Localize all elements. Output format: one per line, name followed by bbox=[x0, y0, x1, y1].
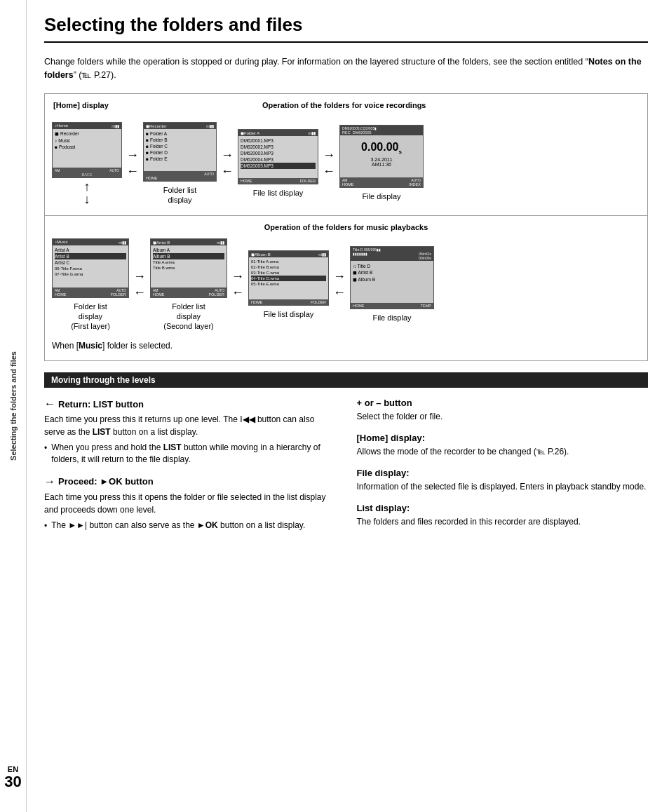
page-title: Selecting the folders and files bbox=[44, 14, 648, 43]
voice-file-display-screen: DM620005.CQS/035▮ REC DM620005 0.00.00s … bbox=[339, 125, 424, 188]
voice-file-display-wrapper: DM620005.CQS/035▮ REC DM620005 0.00.00s … bbox=[339, 125, 424, 201]
file-display-block: File display: Information of the selecte… bbox=[357, 468, 649, 493]
plus-minus-body: Select the folder or file. bbox=[357, 410, 649, 423]
music-folder-list2-caption: Folder listdisplay(Second layer) bbox=[163, 302, 214, 332]
when-music-text: When [Music] folder is selected. bbox=[52, 341, 640, 351]
home-display-title: [Home] display: bbox=[357, 433, 649, 443]
proceed-block: → Proceed: ►OK button Each time you pres… bbox=[44, 475, 336, 532]
proceed-body: Each time you press this it opens the fo… bbox=[44, 491, 336, 516]
music-folder-list1-screen: ♪Musicni▮▮ Artist A Artist B Artist C 06… bbox=[52, 238, 129, 298]
music-file-list-caption: File list display bbox=[264, 309, 314, 319]
page-number: 30 bbox=[4, 773, 21, 791]
music-file-display-wrapper: Title-D 095/095▮▮ ▮▮▮▮▮▮▮06m42s 00m00s ♫… bbox=[350, 246, 434, 323]
music-file-display-caption: File display bbox=[372, 313, 411, 323]
instructions-right: + or – button Select the folder or file.… bbox=[357, 398, 649, 541]
music-folder-list1-caption: Folder listdisplay(First layer) bbox=[71, 302, 110, 332]
sidebar-rotated-text: Selecting the folders and files bbox=[9, 336, 18, 476]
instructions-row: ← Return: LIST button Each time you pres… bbox=[44, 398, 648, 541]
music-file-list-wrapper: ◼Album Bni▮▮ 01-Title A.wma 02-Title B.w… bbox=[248, 250, 329, 319]
file-display-title: File display: bbox=[357, 468, 649, 478]
diagram-area: [Home] display Operation of the folders … bbox=[44, 93, 648, 362]
music-folder-list2-screen: ◼Artist Bni▮▮ Album A Album B Title A.wm… bbox=[150, 238, 227, 298]
home-display-body: Allows the mode of the recorder to be ch… bbox=[357, 445, 649, 458]
home-display-block: [Home] display: Allows the mode of the r… bbox=[357, 433, 649, 458]
return-title: ← Return: LIST button bbox=[44, 398, 336, 410]
file-display-body: Information of the selected file is disp… bbox=[357, 480, 649, 493]
music-folder-list2-wrapper: ◼Artist Bni▮▮ Album A Album B Title A.wm… bbox=[150, 238, 227, 332]
sidebar: Selecting the folders and files EN 30 bbox=[0, 0, 27, 812]
voice-file-list-wrapper: ◼Folder Ani▮▮ DM620001.MP3 DM620002.MP3 … bbox=[238, 129, 318, 198]
intro-text: Change folders while the operation is st… bbox=[44, 55, 648, 82]
home-display-label: [Home] display bbox=[53, 101, 109, 109]
proceed-title: → Proceed: ►OK button bbox=[44, 475, 336, 488]
voice-folder-list-screen: ◼Recorderni▮▮ ■Folder A ■Folder B ■Folde… bbox=[143, 122, 217, 182]
moving-header: Moving through the levels bbox=[44, 372, 648, 388]
return-arrow-icon: ← bbox=[44, 398, 55, 410]
voice-file-list-caption: File list display bbox=[253, 188, 304, 198]
return-block: ← Return: LIST button Each time you pres… bbox=[44, 398, 336, 466]
list-display-title: List display: bbox=[357, 503, 649, 513]
main-content: Selecting the folders and files Change f… bbox=[27, 0, 669, 556]
music-folder-list1-wrapper: ♪Musicni▮▮ Artist A Artist B Artist C 06… bbox=[52, 238, 129, 332]
proceed-bullet: • The ►►| button can also serve as the ►… bbox=[44, 520, 336, 532]
list-display-body: The folders and files recorded in this r… bbox=[357, 515, 649, 528]
diagram-bottom: Operation of the folders for music playb… bbox=[45, 216, 647, 361]
music-file-display-screen: Title-D 095/095▮▮ ▮▮▮▮▮▮▮06m42s 00m00s ♫… bbox=[350, 246, 434, 309]
music-file-list-screen: ◼Album Bni▮▮ 01-Title A.wma 02-Title B.w… bbox=[248, 250, 329, 306]
voice-folder-list-caption: Folder listdisplay bbox=[163, 185, 197, 205]
return-body: Each time you press this it returns up o… bbox=[44, 413, 336, 438]
instructions-left: ← Return: LIST button Each time you pres… bbox=[44, 398, 336, 541]
voice-folder-list-wrapper: ◼Recorderni▮▮ ■Folder A ■Folder B ■Folde… bbox=[143, 122, 217, 205]
plus-minus-title: + or – button bbox=[357, 398, 649, 408]
list-display-block: List display: The folders and files reco… bbox=[357, 503, 649, 528]
diagram-top: [Home] display Operation of the folders … bbox=[45, 94, 647, 216]
voice-file-display-caption: File display bbox=[362, 191, 400, 201]
music-playbacks-label: Operation of the folders for music playb… bbox=[52, 223, 640, 231]
voice-file-list-screen: ◼Folder Ani▮▮ DM620001.MP3 DM620002.MP3 … bbox=[238, 129, 318, 184]
voice-recordings-label: Operation of the folders for voice recor… bbox=[262, 101, 426, 109]
proceed-arrow-icon: → bbox=[44, 475, 55, 488]
plus-minus-block: + or – button Select the folder or file. bbox=[357, 398, 649, 423]
return-bullet: • When you press and hold the LIST butto… bbox=[44, 442, 336, 466]
home-screen: ♪Homeni▮▮ ◼ Recorder ♪ Music ■ Podcast A… bbox=[52, 122, 122, 178]
